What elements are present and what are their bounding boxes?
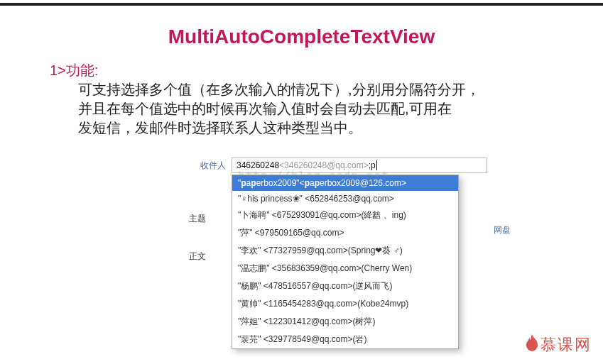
dropdown-item[interactable]: "杨鹏" <478516557@qq.com>(逆风而飞) <box>232 277 458 295</box>
recipient-label: 收件人 <box>189 160 232 172</box>
dropdown-item[interactable]: "萍姐" <122301412@qq.com>(树萍) <box>232 313 458 331</box>
side-tab-netdisk[interactable]: 网盘 <box>494 224 511 236</box>
section-label: 1>功能: <box>50 62 98 78</box>
dropdown-item[interactable]: "裴芫" <329778549@qq.com>(岩) <box>232 331 458 348</box>
section-description: 可支持选择多个值（在多次输入的情况下）,分别用分隔符分开， 并且在每个值选中的时… <box>78 80 603 138</box>
dropdown-item[interactable]: "♀his princess❀" <652846253@qq.com> <box>232 191 458 206</box>
page-title: MultiAutoCompleteTextView <box>0 26 603 48</box>
dropdown-item[interactable]: "卜海聘" <675293091@qq.com>(絳韽 、ing) <box>232 206 458 224</box>
body-label: 正文 <box>189 250 206 263</box>
dropdown-item[interactable]: "李欢" <77327959@qq.com>(Spring❤葵 ♂) <box>232 242 458 260</box>
brand-logo: 慕课网 <box>525 334 592 355</box>
dropdown-item[interactable]: "萍" <979509165@qq.com> <box>232 224 458 242</box>
autocomplete-dropdown: "paperbox2009"<paperbox2009@126.com> "♀h… <box>232 175 459 349</box>
dropdown-item-selected[interactable]: "paperbox2009"<paperbox2009@126.com> <box>232 175 458 191</box>
dropdown-item[interactable]: "温志鹏" <356836359@qq.com>(Cherry Wen) <box>232 260 458 277</box>
flame-icon <box>525 334 539 355</box>
dropdown-item[interactable]: "黄帅" <1165454283@qq.com>(Kobe24mvp) <box>232 295 458 313</box>
feature-section: 1>功能: 可支持选择多个值（在多次输入的情况下）,分别用分隔符分开， 并且在每… <box>50 61 603 138</box>
brand-text: 慕课网 <box>540 334 592 355</box>
subject-label: 主题 <box>189 213 206 225</box>
top-divider <box>0 3 603 6</box>
